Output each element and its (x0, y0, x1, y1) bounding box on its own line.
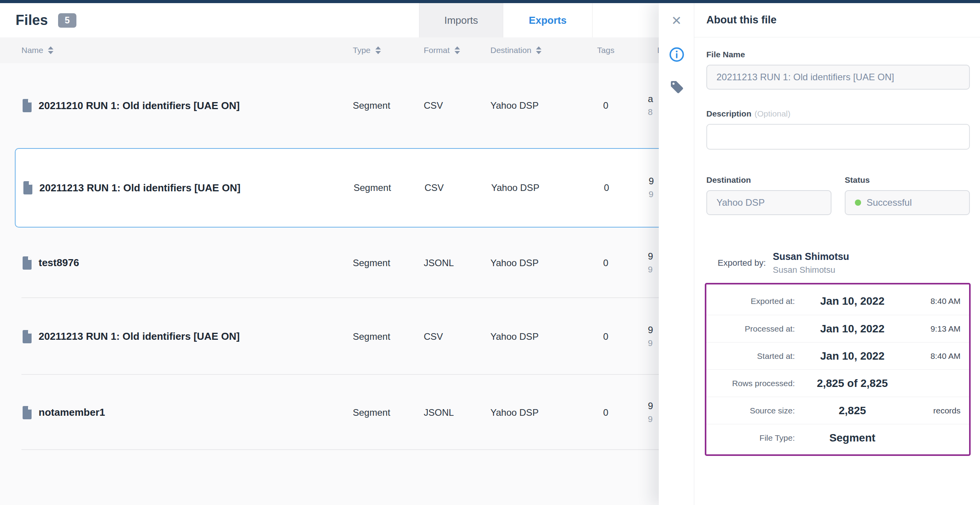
file-icon (21, 406, 32, 420)
sort-icon (536, 46, 541, 54)
file-name-text: 20211213 RUN 1: Old identifiers [UAE ON] (39, 330, 240, 343)
status-success-dot (855, 200, 861, 206)
sort-icon (48, 46, 53, 54)
file-name-text: test8976 (39, 257, 79, 269)
panel-title: About this file (706, 14, 777, 26)
exported-by-block: Exported by: Susan Shimotsu Susan Shimot… (706, 249, 970, 277)
type-cell: Segment (353, 100, 424, 111)
destination-cell: Yahoo DSP (490, 100, 596, 111)
format-cell: CSV (424, 331, 490, 342)
tags-cell: 0 (596, 331, 616, 342)
destination-cell: Yahoo DSP (491, 182, 597, 193)
column-header-type[interactable]: Type (353, 46, 424, 55)
tags-cell: 0 (596, 407, 616, 418)
file-icon (21, 99, 32, 113)
type-cell: Segment (353, 407, 424, 418)
detail-row-file-type: File Type: Segment (706, 424, 969, 451)
description-textarea[interactable] (706, 124, 970, 150)
destination-cell: Yahoo DSP (490, 407, 596, 418)
column-header-destination[interactable]: Destination (490, 46, 596, 55)
about-file-panel: ✕ About this file File Name 20211213 RUN… (659, 3, 980, 505)
close-icon[interactable]: ✕ (659, 11, 694, 30)
tags-cell: 0 (596, 258, 616, 268)
format-cell: JSONL (424, 258, 490, 268)
imports-exports-tabs: Imports Exports (419, 3, 593, 37)
page-title: Files (16, 12, 48, 28)
file-name-text: 20211210 RUN 1: Old identifiers [UAE ON] (39, 100, 240, 112)
format-cell: CSV (424, 100, 490, 111)
detail-row-exported-at: Exported at: Jan 10, 2022 8:40 AM (706, 288, 969, 315)
column-header-name[interactable]: Name (21, 46, 353, 55)
panel-content: About this file File Name 20211213 RUN 1… (694, 3, 980, 505)
top-navy-bar (0, 0, 980, 3)
destination-label: Destination (706, 175, 831, 185)
file-icon (21, 256, 32, 270)
detail-row-source-size: Source size: 2,825 records (706, 397, 969, 424)
file-name-label: File Name (706, 50, 970, 59)
panel-rail: ✕ (659, 3, 694, 505)
exported-by-subtitle: Susan Shimotsu (773, 263, 849, 277)
detail-row-processed-at: Processed at: Jan 10, 2022 9:13 AM (706, 315, 969, 342)
file-details-highlighted-box: Exported at: Jan 10, 2022 8:40 AM Proces… (705, 283, 971, 456)
column-header-format[interactable]: Format (424, 46, 490, 55)
type-cell: Segment (353, 258, 424, 268)
file-icon (22, 181, 33, 195)
type-cell: Segment (353, 331, 424, 342)
status-field[interactable]: Successful (845, 190, 970, 215)
optional-hint: (Optional) (755, 109, 791, 118)
file-name-text: notamember1 (39, 406, 105, 418)
status-value: Successful (867, 197, 912, 208)
format-cell: JSONL (424, 407, 490, 418)
tab-imports[interactable]: Imports (419, 3, 503, 37)
tags-cell: 0 (596, 100, 616, 111)
files-count-badge: 5 (58, 13, 76, 28)
detail-row-rows-processed: Rows processed: 2,825 of 2,825 (706, 369, 969, 397)
type-cell: Segment (354, 182, 425, 193)
info-icon[interactable] (659, 47, 694, 62)
detail-row-started-at: Started at: Jan 10, 2022 8:40 AM (706, 342, 969, 369)
tab-exports[interactable]: Exports (503, 3, 593, 37)
destination-input[interactable]: Yahoo DSP (706, 190, 831, 215)
exported-by-name: Susan Shimotsu (773, 249, 849, 263)
exported-by-label: Exported by: (718, 258, 766, 268)
sort-icon (455, 46, 460, 54)
tag-icon[interactable] (659, 79, 694, 94)
column-header-tags: Tags (596, 46, 616, 55)
destination-cell: Yahoo DSP (490, 331, 596, 342)
format-cell: CSV (425, 182, 491, 193)
file-name-input[interactable]: 20211213 RUN 1: Old identifiers [UAE ON] (706, 65, 970, 90)
file-icon (21, 330, 32, 344)
destination-cell: Yahoo DSP (490, 258, 596, 268)
status-label: Status (845, 175, 970, 185)
description-label: Description(Optional) (706, 109, 970, 118)
file-name-text: 20211213 RUN 1: Old identifiers [UAE ON] (39, 182, 241, 194)
tags-cell: 0 (597, 182, 616, 193)
sort-icon (375, 46, 381, 54)
